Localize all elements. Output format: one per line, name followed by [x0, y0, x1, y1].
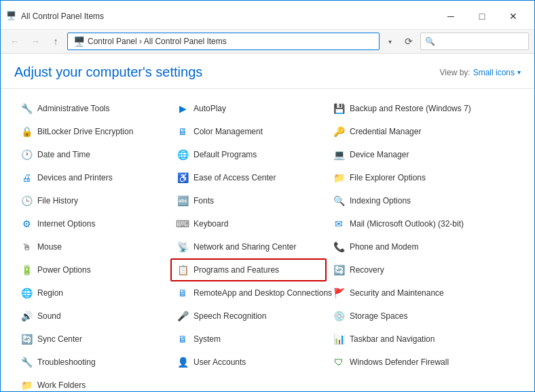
item-power-options[interactable]: 🔋Power Options: [14, 258, 170, 281]
sync-center-icon: 🔄: [20, 332, 33, 346]
title-bar: 🖥️ All Control Panel Items ─ □ ✕: [1, 1, 534, 30]
item-internet-options[interactable]: ⚙Internet Options: [14, 212, 170, 235]
address-field[interactable]: 🖥️ Control Panel › All Control Panel Ite…: [67, 33, 380, 50]
item-security-maintenance[interactable]: 🚩Security and Maintenance: [327, 281, 517, 305]
refresh-button[interactable]: ⟳: [400, 33, 418, 50]
content-header: Adjust your computer's settings View by:…: [1, 54, 534, 89]
content-area: Adjust your computer's settings View by:…: [1, 54, 534, 391]
item-keyboard[interactable]: ⌨Keyboard: [170, 212, 327, 235]
maximize-button[interactable]: □: [466, 6, 498, 26]
credential-manager-label: Credential Manager: [350, 127, 421, 136]
item-devices-printers[interactable]: 🖨Devices and Printers: [14, 166, 170, 189]
user-accounts-icon: 👤: [176, 355, 189, 369]
item-file-explorer-options[interactable]: 📁File Explorer Options: [327, 166, 517, 189]
item-region[interactable]: 🌐Region: [14, 281, 170, 305]
sync-center-label: Sync Center: [37, 334, 82, 344]
view-by-label: View by:: [440, 68, 471, 77]
item-autoplay[interactable]: ▶AutoPlay: [170, 97, 327, 120]
item-speech-recognition[interactable]: 🎤Speech Recognition: [170, 305, 327, 328]
recovery-icon: 🔄: [332, 263, 346, 277]
search-input[interactable]: [425, 37, 527, 46]
bitlocker-label: BitLocker Drive Encryption: [37, 127, 133, 136]
troubleshooting-icon: 🔧: [20, 355, 33, 369]
keyboard-icon: ⌨: [176, 217, 189, 231]
remoteapp-icon: 🖥: [176, 286, 189, 300]
item-sound[interactable]: 🔊Sound: [14, 305, 170, 328]
item-indexing-options[interactable]: 🔍Indexing Options: [327, 189, 517, 212]
storage-spaces-icon: 💿: [332, 309, 346, 323]
security-maintenance-label: Security and Maintenance: [350, 288, 444, 298]
autoplay-icon: ▶: [176, 102, 189, 115]
window-controls: ─ □ ✕: [435, 6, 529, 26]
item-default-programs[interactable]: 🌐Default Programs: [170, 143, 327, 166]
devices-printers-icon: 🖨: [20, 171, 33, 184]
item-sync-center[interactable]: 🔄Sync Center: [14, 328, 170, 351]
breadcrumb: Control Panel › All Control Panel Items: [88, 37, 227, 46]
item-system[interactable]: 🖥System: [170, 328, 327, 351]
programs-features-label: Programs and Features: [193, 265, 279, 275]
breadcrumb-icon: 🖥️: [73, 36, 85, 47]
up-button[interactable]: ↑: [47, 33, 64, 50]
search-box[interactable]: [420, 33, 529, 50]
device-manager-label: Device Manager: [350, 150, 409, 159]
view-by-control: View by: Small icons ▾: [440, 68, 521, 77]
item-troubleshooting[interactable]: 🔧Troubleshooting: [14, 351, 170, 374]
item-user-accounts[interactable]: 👤User Accounts: [170, 351, 327, 374]
forward-button[interactable]: →: [26, 33, 44, 50]
view-by-option[interactable]: Small icons: [473, 68, 515, 77]
item-work-folders[interactable]: 📁Work Folders: [14, 374, 170, 391]
file-explorer-options-icon: 📁: [332, 171, 346, 184]
power-options-icon: 🔋: [20, 263, 33, 277]
windows-defender-icon: 🛡: [332, 355, 346, 369]
minimize-button[interactable]: ─: [435, 6, 466, 26]
device-manager-icon: 💻: [332, 148, 346, 161]
internet-options-label: Internet Options: [37, 219, 95, 229]
phone-modem-icon: 📞: [332, 240, 346, 254]
color-management-icon: 🖥: [176, 125, 189, 138]
speech-recognition-icon: 🎤: [176, 309, 189, 323]
item-windows-defender[interactable]: 🛡Windows Defender Firewall: [327, 351, 517, 374]
phone-modem-label: Phone and Modem: [350, 242, 418, 252]
item-fonts[interactable]: 🔤Fonts: [170, 189, 327, 212]
item-ease-of-access[interactable]: ♿Ease of Access Center: [170, 166, 327, 189]
user-accounts-label: User Accounts: [193, 357, 246, 367]
date-time-label: Date and Time: [37, 150, 90, 159]
window-title: All Control Panel Items: [21, 12, 435, 21]
back-button[interactable]: ←: [6, 33, 24, 50]
region-label: Region: [37, 288, 63, 298]
taskbar-navigation-label: Taskbar and Navigation: [350, 334, 435, 344]
item-mail-outlook[interactable]: ✉Mail (Microsoft Outlook) (32-bit): [327, 212, 517, 235]
default-programs-label: Default Programs: [193, 150, 257, 159]
item-bitlocker[interactable]: 🔒BitLocker Drive Encryption: [14, 120, 170, 143]
file-history-label: File History: [37, 196, 78, 205]
administrative-tools-icon: 🔧: [20, 102, 33, 115]
mail-outlook-label: Mail (Microsoft Outlook) (32-bit): [350, 219, 464, 229]
item-date-time[interactable]: 🕐Date and Time: [14, 143, 170, 166]
credential-manager-icon: 🔑: [332, 125, 346, 138]
item-phone-modem[interactable]: 📞Phone and Modem: [327, 235, 517, 258]
item-device-manager[interactable]: 💻Device Manager: [327, 143, 517, 166]
item-recovery[interactable]: 🔄Recovery: [327, 258, 517, 281]
ease-of-access-icon: ♿: [176, 171, 189, 184]
security-maintenance-icon: 🚩: [332, 286, 346, 300]
main-window: 🖥️ All Control Panel Items ─ □ ✕ ← → ↑ 🖥…: [0, 0, 535, 392]
item-taskbar-navigation[interactable]: 📊Taskbar and Navigation: [327, 328, 517, 351]
item-remoteapp[interactable]: 🖥RemoteApp and Desktop Connections: [170, 281, 327, 305]
item-programs-features[interactable]: 📋Programs and Features: [170, 258, 327, 281]
item-mouse[interactable]: 🖱Mouse: [14, 235, 170, 258]
system-label: System: [193, 334, 221, 344]
item-network-sharing[interactable]: 📡Network and Sharing Center: [170, 235, 327, 258]
item-color-management[interactable]: 🖥Color Management: [170, 120, 327, 143]
item-administrative-tools[interactable]: 🔧Administrative Tools: [14, 97, 170, 120]
mouse-label: Mouse: [37, 242, 62, 252]
item-file-history[interactable]: 🕒File History: [14, 189, 170, 212]
item-backup-restore[interactable]: 💾Backup and Restore (Windows 7): [327, 97, 517, 120]
address-dropdown-button[interactable]: ▾: [382, 33, 397, 50]
backup-restore-icon: 💾: [332, 102, 346, 115]
close-button[interactable]: ✕: [498, 6, 529, 26]
item-credential-manager[interactable]: 🔑Credential Manager: [327, 120, 517, 143]
item-storage-spaces[interactable]: 💿Storage Spaces: [327, 305, 517, 328]
internet-options-icon: ⚙: [20, 217, 33, 231]
default-programs-icon: 🌐: [176, 148, 189, 161]
network-sharing-label: Network and Sharing Center: [193, 242, 296, 252]
